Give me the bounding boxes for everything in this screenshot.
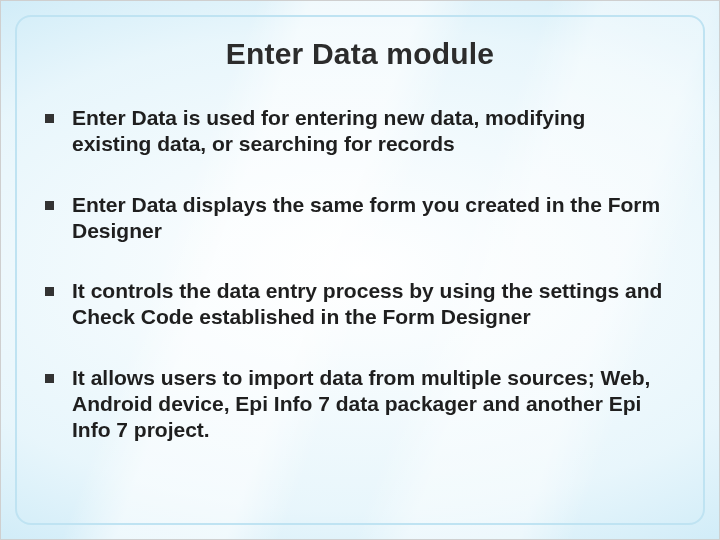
bullet-text: Enter Data is used for entering new data… (72, 105, 663, 158)
slide-title: Enter Data module (1, 37, 719, 71)
bullet-icon (45, 287, 54, 296)
slide: Enter Data module Enter Data is used for… (0, 0, 720, 540)
bullet-bold: Enter Data (72, 193, 177, 216)
bullet-icon (45, 114, 54, 123)
bullet-bold: Enter Data (72, 106, 177, 129)
list-item: It allows users to import data from mult… (45, 365, 663, 444)
bullet-rest: It controls the data entry process by us… (72, 279, 662, 328)
list-item: Enter Data is used for entering new data… (45, 105, 663, 158)
list-item: Enter Data displays the same form you cr… (45, 192, 663, 245)
bullet-rest: It allows users to import data from mult… (72, 366, 650, 442)
list-item: It controls the data entry process by us… (45, 278, 663, 331)
slide-content: Enter Data is used for entering new data… (45, 105, 663, 477)
bullet-icon (45, 201, 54, 210)
bullet-text: Enter Data displays the same form you cr… (72, 192, 663, 245)
bullet-text: It allows users to import data from mult… (72, 365, 663, 444)
bullet-icon (45, 374, 54, 383)
bullet-text: It controls the data entry process by us… (72, 278, 663, 331)
